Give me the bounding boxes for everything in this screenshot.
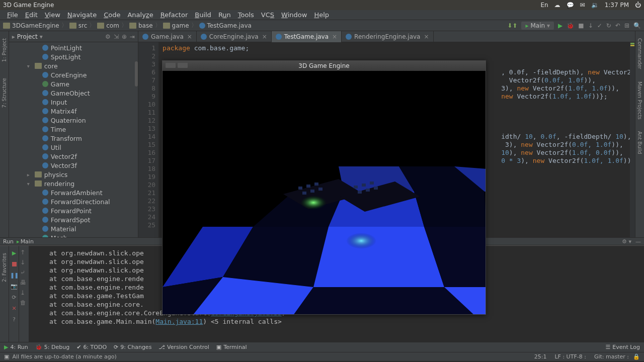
menu-build[interactable]: Build <box>192 11 214 19</box>
project-dropdown-icon[interactable]: ▸ <box>12 33 15 40</box>
game-titlebar[interactable]: 3D Game Engine <box>163 61 486 71</box>
project-tree[interactable]: PointLight SpotLight ▾core CoreEngine Ga… <box>9 42 138 237</box>
chevron-down-icon[interactable]: ▾ <box>27 181 32 187</box>
project-view-dd[interactable]: ▾ <box>40 33 43 40</box>
close-icon[interactable]: × <box>332 33 337 40</box>
caret-pos[interactable]: 25:1 <box>530 353 551 360</box>
close-button[interactable]: ✕ <box>10 304 18 312</box>
tree-node[interactable]: Vector3f <box>51 162 77 169</box>
git-branch[interactable]: Git: master : <box>590 353 633 360</box>
chat-icon[interactable]: 💬 <box>567 2 574 9</box>
wrap-button[interactable]: ⤶ <box>20 269 28 276</box>
crumb-src[interactable]: src <box>78 22 88 29</box>
tool-ant[interactable]: Ant Build <box>637 128 642 157</box>
mail-icon[interactable]: ✉ <box>580 2 585 9</box>
crumb-game[interactable]: game <box>172 22 189 29</box>
tree-node[interactable]: GameObject <box>51 89 90 97</box>
history-icon[interactable]: ↻ <box>606 22 611 29</box>
menu-vcs[interactable]: VCS <box>258 11 277 19</box>
pause-button[interactable]: ❚❚ <box>10 271 18 279</box>
menu-refactor[interactable]: Refactor <box>157 11 191 19</box>
crumb-com[interactable]: com <box>106 22 119 29</box>
make-icon[interactable]: ⬇⬆ <box>507 22 517 29</box>
tree-node[interactable]: Material <box>51 225 76 233</box>
tree-node[interactable]: Util <box>51 144 61 151</box>
tree-node[interactable]: Mesh <box>51 234 67 238</box>
sound-icon[interactable]: 🔉 <box>591 2 599 9</box>
tree-node[interactable]: Input <box>51 99 67 106</box>
tree-node[interactable]: core <box>44 62 58 70</box>
collapse-icon[interactable]: ⇲ <box>114 33 119 40</box>
tool-favorites[interactable]: 2: Favorites <box>2 250 7 285</box>
tree-node[interactable]: Quaternion <box>51 117 86 124</box>
tree-node[interactable]: Time <box>51 126 66 133</box>
tree-node[interactable]: rendering <box>44 180 75 188</box>
tree-node[interactable]: SpotLight <box>51 53 81 61</box>
crumb-module[interactable]: 3DGameEngine <box>12 22 59 29</box>
tree-node[interactable]: ForwardPoint <box>51 207 92 215</box>
rerun-button[interactable]: ▶ <box>10 249 18 257</box>
bb-terminal[interactable]: ▣Terminal <box>216 344 247 350</box>
error-stripe[interactable] <box>630 42 635 237</box>
tool-structure[interactable]: 7: Structure <box>2 75 7 111</box>
tree-node[interactable]: ForwardSpot <box>51 216 91 224</box>
search-icon[interactable]: 🔍 <box>633 22 641 29</box>
tree-node[interactable]: ForwardAmbient <box>51 189 103 197</box>
print-button[interactable]: 🖶 <box>20 279 28 286</box>
run-button[interactable]: ▶ <box>558 22 562 29</box>
lang-indicator[interactable]: En <box>540 2 548 9</box>
run-config-selector[interactable]: ▸Main▾ <box>521 22 554 30</box>
menu-run[interactable]: Run <box>215 11 234 19</box>
game-viewport[interactable] <box>163 71 486 314</box>
stacktrace-link[interactable]: Main.java:11 <box>155 318 203 325</box>
cloud-icon[interactable]: ☁ <box>554 2 560 9</box>
tool-project[interactable]: 1: Project <box>2 35 7 65</box>
close-icon[interactable]: × <box>424 33 429 40</box>
vcs-commit-icon[interactable]: ✓ <box>597 22 602 29</box>
scroll-button[interactable]: ⤓ <box>20 289 28 296</box>
clear-button[interactable]: 🗑 <box>20 299 28 306</box>
tab-testgame[interactable]: TestGame.java× <box>272 31 342 42</box>
menu-help[interactable]: Help <box>311 11 332 19</box>
menu-analyze[interactable]: Analyze <box>124 11 156 19</box>
restore-button[interactable]: ⟳ <box>10 293 18 301</box>
close-icon[interactable]: × <box>262 33 267 40</box>
tab-renderingengine[interactable]: RenderingEngine.java× <box>342 31 433 42</box>
hide-icon[interactable]: — <box>635 238 641 245</box>
tool-maven[interactable]: Maven Projects <box>637 78 642 123</box>
bb-changes[interactable]: ⟳9: Changes <box>114 344 151 350</box>
vcs-update-icon[interactable]: ↓ <box>588 22 593 29</box>
chevron-down-icon[interactable]: ▾ <box>27 63 32 69</box>
menu-code[interactable]: Code <box>101 11 123 19</box>
tree-node[interactable]: ForwardDirectional <box>51 198 110 206</box>
debug-button[interactable]: 🐞 <box>567 22 574 29</box>
tree-node[interactable]: Vector2f <box>51 153 77 160</box>
hide-icon[interactable]: ⇥ <box>130 33 135 40</box>
down-button[interactable]: ↓ <box>20 259 28 266</box>
tool-windows-icon[interactable]: ▣ <box>4 353 9 360</box>
game-window[interactable]: 3D Game Engine <box>162 60 486 315</box>
menu-tools[interactable]: Tools <box>235 11 257 19</box>
autoscroll-icon[interactable]: ⊕ <box>122 33 127 40</box>
menu-navigate[interactable]: Navigate <box>64 11 100 19</box>
crumb-base[interactable]: base <box>138 22 153 29</box>
tree-node[interactable]: Transform <box>51 135 82 142</box>
gear-icon[interactable]: ⚙ ▾ <box>622 238 631 245</box>
chevron-right-icon[interactable]: ▸ <box>27 172 32 177</box>
tab-game[interactable]: Game.java× <box>138 31 197 42</box>
tab-coreengine[interactable]: CoreEngine.java× <box>197 31 272 42</box>
bb-run[interactable]: ▶4: Run <box>4 344 28 350</box>
tree-node[interactable]: Game <box>51 80 69 88</box>
tree-node[interactable]: physics <box>44 171 68 178</box>
stop-button[interactable] <box>10 260 18 268</box>
help-button[interactable]: ? <box>10 315 18 323</box>
bb-todo[interactable]: ✔6: TODO <box>76 344 107 350</box>
tree-node[interactable]: Matrix4f <box>51 108 77 115</box>
gear-icon[interactable]: ⚙ <box>105 33 111 40</box>
close-icon[interactable]: × <box>187 33 192 40</box>
bb-debug[interactable]: 🐞5: Debug <box>35 344 69 350</box>
lock-icon[interactable]: 🔒 <box>633 353 640 360</box>
project-title[interactable]: Project <box>17 33 38 40</box>
dump-button[interactable]: 📷 <box>10 282 18 290</box>
menu-edit[interactable]: Edit <box>22 11 41 19</box>
